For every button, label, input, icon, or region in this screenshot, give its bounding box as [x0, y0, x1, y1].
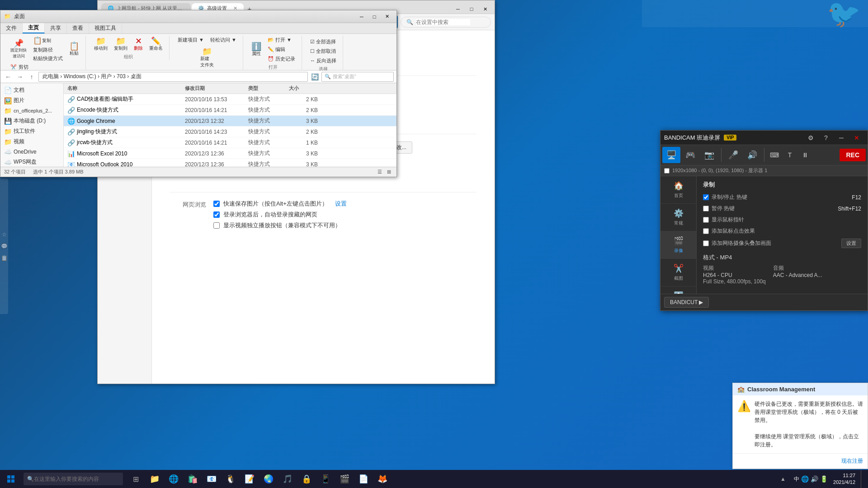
bdc-nav-home[interactable]: 🏠 首页 — [660, 176, 696, 204]
sidebar-item-documents[interactable]: 📄 文档 — [0, 85, 63, 95]
tab-view[interactable]: 查看 — [67, 23, 89, 33]
grid-view-button[interactable]: ⊞ — [385, 168, 393, 176]
register-now-link[interactable]: 现在注册 — [841, 458, 863, 464]
qq-taskbar-btn[interactable]: 🐧 — [222, 470, 240, 488]
copy-button[interactable]: 📋 复制 — [30, 36, 66, 46]
bdc-nav-screenshot[interactable]: ✂️ 截图 — [660, 259, 696, 286]
browser-minimize-button[interactable]: ─ — [452, 5, 464, 14]
bandicam-btn-text[interactable]: T — [783, 148, 797, 162]
easy-access-button[interactable]: 轻松访问 ▼ — [208, 36, 239, 44]
file-row[interactable]: 🔗CAD快速看图·编辑助手 2020/10/16 13:53 快捷方式 2 KB — [64, 94, 396, 105]
settings-search-box[interactable]: 🔍 — [401, 17, 491, 28]
sidebar-item-local-disk[interactable]: 💾 本地磁盘 (D:) — [0, 116, 63, 126]
start-button[interactable] — [0, 470, 22, 488]
deselect-all-button[interactable]: ☐ 全部取消 — [307, 47, 339, 56]
taskbar-search-input[interactable] — [34, 476, 115, 482]
bandicam-tab-audio[interactable]: 🎤 — [724, 147, 742, 163]
edge-taskbar-btn[interactable]: 🌐 — [165, 470, 183, 488]
breadcrumb[interactable]: 此电脑 › Windows (C:) › 用户 › 703 › 桌面 — [38, 72, 308, 82]
bandicam-help-button[interactable]: ? — [819, 131, 833, 145]
bdc-nav-record[interactable]: 🎬 录像 — [660, 231, 696, 259]
browser-close-button[interactable]: ✕ — [479, 5, 491, 14]
click-effect-checkbox[interactable] — [703, 228, 709, 234]
browser-maximize-button[interactable]: □ — [466, 5, 477, 14]
unknown-taskbar-btn[interactable]: 🔒 — [297, 470, 316, 488]
bandicam-close-button[interactable]: ✕ — [849, 131, 864, 145]
side-icon-3[interactable]: 📋 — [1, 255, 8, 261]
browser2-taskbar-btn[interactable]: 🌏 — [259, 470, 278, 488]
settings-search-input[interactable] — [416, 19, 470, 25]
copy-path-button[interactable]: 复制路径 — [30, 46, 66, 54]
rename-button[interactable]: ✏️ 重命名 — [146, 36, 165, 53]
word-taskbar-btn[interactable]: 📝 — [241, 470, 259, 488]
paste-shortcut-button[interactable]: 粘贴快捷方式 — [30, 54, 66, 63]
bandicut-button[interactable]: BANDICUT ▶ — [664, 297, 709, 308]
file-row[interactable]: 🔗jingling·快捷方式 2020/10/16 14:23 快捷方式 2 K… — [64, 127, 396, 137]
webcam-checkbox[interactable] — [703, 240, 709, 246]
tiktok-taskbar-btn[interactable]: 🎵 — [278, 470, 297, 488]
record-hotkey-checkbox[interactable] — [703, 194, 709, 200]
word2-taskbar-btn[interactable]: 📄 — [354, 470, 373, 488]
copy-to-button[interactable]: 📁 复制到 — [111, 36, 130, 53]
delete-button[interactable]: ✕ 删除 — [131, 36, 146, 53]
media-taskbar-btn[interactable]: 🎬 — [335, 470, 354, 488]
webcam-set-button[interactable]: 设置 — [841, 239, 861, 248]
paste-button[interactable]: 📋 粘贴 — [66, 41, 82, 58]
side-icon-1[interactable]: ☆ — [2, 231, 7, 238]
header-name[interactable]: 名称 — [64, 84, 181, 93]
tab-share[interactable]: 共享 — [45, 23, 67, 33]
bandicam-btn-keyboard[interactable]: ⌨ — [767, 148, 782, 162]
up-button[interactable]: ↑ — [27, 72, 37, 82]
mail-taskbar-btn[interactable]: 📧 — [203, 470, 221, 488]
new-item-button[interactable]: 新建项目 ▼ — [175, 36, 207, 44]
file-row[interactable]: 🔗jrcwb·快捷方式 2020/10/16 14:21 快捷方式 1 KB — [64, 137, 396, 148]
edit-button[interactable]: ✏️ 编辑 — [265, 45, 298, 54]
taskbar-search[interactable]: 🔍 — [24, 473, 123, 485]
tab-file[interactable]: 文件 — [0, 23, 23, 33]
sidebar-item-cnoffice[interactable]: 📁 cn_officeplus_2... — [0, 106, 63, 116]
app-taskbar-btn[interactable]: 📱 — [316, 470, 335, 488]
file-row[interactable]: 📊Microsoft Excel 2010 2020/12/3 12:36 快捷… — [64, 148, 396, 159]
sidebar-item-onedrive[interactable]: ☁️ OneDrive — [0, 147, 63, 157]
pin-quick-access-button[interactable]: 📌 固定到快速访问 — [8, 38, 29, 61]
header-type[interactable]: 类型 — [245, 84, 285, 93]
minimize-button[interactable]: ─ — [356, 12, 368, 21]
pause-hotkey-checkbox[interactable] — [703, 206, 709, 211]
forward-button[interactable]: → — [15, 72, 25, 82]
open-button[interactable]: 📂 打开 ▼ — [265, 36, 298, 44]
list-view-button[interactable]: ☰ — [376, 168, 384, 176]
show-desktop-button[interactable] — [861, 470, 864, 488]
invert-select-button[interactable]: ↔ 反向选择 — [307, 56, 339, 65]
move-to-button[interactable]: 📁 移动到 — [91, 36, 110, 53]
tab-home[interactable]: 主页 — [23, 23, 45, 33]
header-size[interactable]: 大小 — [285, 84, 321, 93]
bandicam-minimize-button[interactable]: ─ — [834, 131, 849, 145]
sidebar-item-tools[interactable]: 📁 找工软件 — [0, 126, 63, 136]
select-all-button[interactable]: ☑ 全部选择 — [307, 38, 339, 46]
history-button[interactable]: ⏰ 历史记录 — [265, 55, 298, 63]
sidebar-item-video[interactable]: 📁 视频 — [0, 136, 63, 147]
bdc-nav-general[interactable]: ⚙️ 常规 — [660, 204, 696, 231]
rec-button[interactable]: REC — [840, 149, 866, 161]
bandicam-settings-button[interactable]: ⚙ — [803, 131, 818, 145]
tab-view-tools[interactable]: 视图工具 — [89, 23, 122, 33]
side-icon-2[interactable]: 💬 — [1, 243, 8, 249]
taskbar-time[interactable]: 11:27 2021/4/12 — [830, 472, 859, 486]
show-cursor-checkbox[interactable] — [703, 217, 709, 223]
browser3-taskbar-btn[interactable]: 🦊 — [373, 470, 392, 488]
file-row[interactable]: 🔗Encode·快捷方式 2020/10/16 14:21 快捷方式 2 KB — [64, 105, 396, 116]
bandicam-btn-pause[interactable]: ⏸ — [798, 148, 812, 162]
bdc-nav-about[interactable]: ℹ️ 关于 — [660, 286, 696, 294]
tray-overflow-button[interactable]: ▲ — [774, 470, 792, 488]
back-button[interactable]: ← — [3, 72, 13, 82]
taskview-button[interactable]: ⊞ — [127, 470, 145, 488]
sidebar-item-wps[interactable]: ☁️ WPS网盘 — [0, 157, 63, 167]
header-date[interactable]: 修改日期 — [181, 84, 245, 93]
bandicam-tab-sound[interactable]: 🔊 — [743, 147, 761, 163]
bandicam-tab-game[interactable]: 🎮 — [681, 147, 699, 163]
bandicam-tab-device[interactable]: 📷 — [700, 147, 718, 163]
file-row[interactable]: 📧Microsoft Outlook 2010 2020/12/3 12:36 … — [64, 159, 396, 167]
auto-login-checkbox[interactable] — [213, 211, 220, 218]
resolution-checkbox[interactable] — [664, 168, 670, 174]
quick-save-checkbox[interactable] — [213, 201, 220, 207]
